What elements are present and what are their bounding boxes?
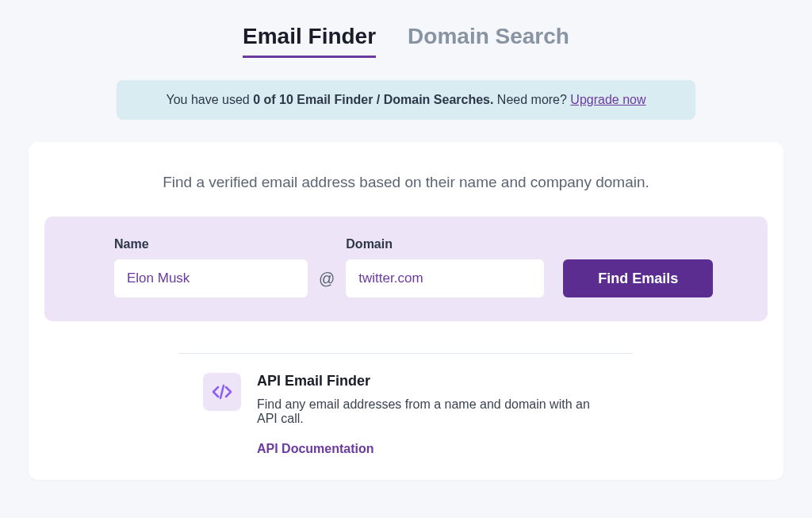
api-description: Find any email addresses from a name and…	[257, 397, 609, 426]
api-section: API Email Finder Find any email addresse…	[44, 373, 768, 456]
api-documentation-link[interactable]: API Documentation	[257, 442, 609, 456]
name-input[interactable]	[114, 259, 308, 297]
search-form-panel: Name @ Domain Find Emails	[44, 217, 768, 321]
card-subtitle: Find a verified email address based on t…	[44, 174, 768, 191]
tab-domain-search[interactable]: Domain Search	[408, 24, 569, 58]
banner-suffix: Need more?	[493, 93, 570, 106]
code-icon	[203, 373, 241, 411]
tabs: Email Finder Domain Search	[29, 24, 783, 58]
form-row: Name @ Domain Find Emails	[114, 237, 698, 297]
banner-prefix: You have used	[166, 93, 253, 106]
tab-email-finder[interactable]: Email Finder	[243, 24, 376, 58]
domain-label: Domain	[346, 237, 544, 251]
usage-banner: You have used 0 of 10 Email Finder / Dom…	[117, 80, 695, 120]
at-symbol: @	[319, 259, 335, 297]
api-content: API Email Finder Find any email addresse…	[257, 373, 609, 456]
upgrade-link[interactable]: Upgrade now	[570, 93, 645, 106]
name-field-group: Name	[114, 237, 308, 297]
api-title: API Email Finder	[257, 373, 609, 389]
name-label: Name	[114, 237, 308, 251]
domain-field-group: Domain	[346, 237, 544, 297]
banner-usage-count: 0 of 10 Email Finder / Domain Searches.	[253, 93, 493, 106]
main-card: Find a verified email address based on t…	[29, 142, 783, 480]
find-emails-button[interactable]: Find Emails	[563, 259, 713, 297]
divider	[179, 353, 633, 354]
domain-input[interactable]	[346, 259, 544, 297]
